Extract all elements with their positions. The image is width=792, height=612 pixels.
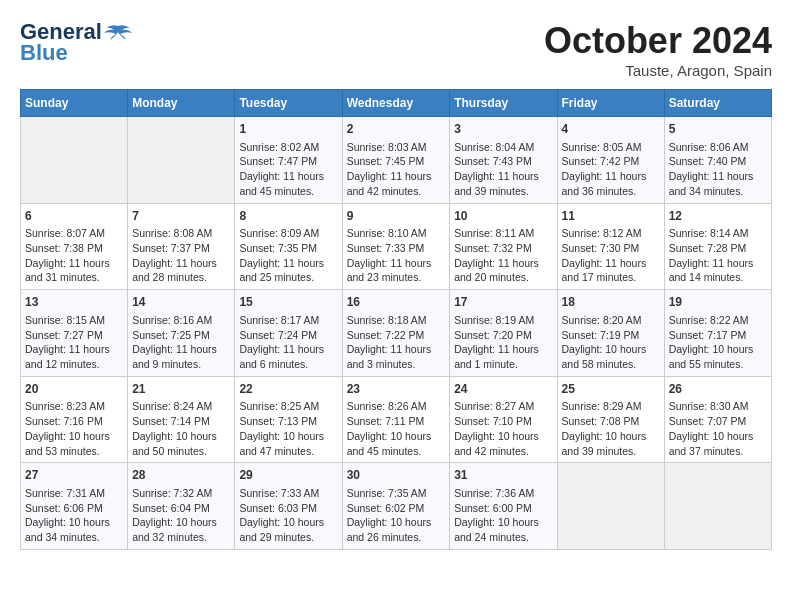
day-number: 15 xyxy=(239,294,337,311)
day-number: 17 xyxy=(454,294,552,311)
day-info: Sunrise: 8:03 AM Sunset: 7:45 PM Dayligh… xyxy=(347,140,446,199)
day-info: Sunrise: 8:25 AM Sunset: 7:13 PM Dayligh… xyxy=(239,399,337,458)
calendar-cell: 5Sunrise: 8:06 AM Sunset: 7:40 PM Daylig… xyxy=(664,117,771,204)
day-info: Sunrise: 8:19 AM Sunset: 7:20 PM Dayligh… xyxy=(454,313,552,372)
month-title: October 2024 xyxy=(544,20,772,62)
day-info: Sunrise: 8:06 AM Sunset: 7:40 PM Dayligh… xyxy=(669,140,767,199)
calendar-cell: 15Sunrise: 8:17 AM Sunset: 7:24 PM Dayli… xyxy=(235,290,342,377)
location-text: Tauste, Aragon, Spain xyxy=(544,62,772,79)
day-number: 19 xyxy=(669,294,767,311)
day-info: Sunrise: 7:33 AM Sunset: 6:03 PM Dayligh… xyxy=(239,486,337,545)
day-info: Sunrise: 8:22 AM Sunset: 7:17 PM Dayligh… xyxy=(669,313,767,372)
day-number: 8 xyxy=(239,208,337,225)
calendar-cell: 25Sunrise: 8:29 AM Sunset: 7:08 PM Dayli… xyxy=(557,376,664,463)
calendar-cell: 23Sunrise: 8:26 AM Sunset: 7:11 PM Dayli… xyxy=(342,376,450,463)
day-info: Sunrise: 8:26 AM Sunset: 7:11 PM Dayligh… xyxy=(347,399,446,458)
calendar-cell: 7Sunrise: 8:08 AM Sunset: 7:37 PM Daylig… xyxy=(128,203,235,290)
calendar-cell: 12Sunrise: 8:14 AM Sunset: 7:28 PM Dayli… xyxy=(664,203,771,290)
day-number: 24 xyxy=(454,381,552,398)
calendar-cell: 29Sunrise: 7:33 AM Sunset: 6:03 PM Dayli… xyxy=(235,463,342,550)
day-number: 3 xyxy=(454,121,552,138)
day-info: Sunrise: 7:31 AM Sunset: 6:06 PM Dayligh… xyxy=(25,486,123,545)
weekday-header-sunday: Sunday xyxy=(21,90,128,117)
calendar-cell: 13Sunrise: 8:15 AM Sunset: 7:27 PM Dayli… xyxy=(21,290,128,377)
weekday-header-wednesday: Wednesday xyxy=(342,90,450,117)
day-number: 31 xyxy=(454,467,552,484)
day-info: Sunrise: 8:20 AM Sunset: 7:19 PM Dayligh… xyxy=(562,313,660,372)
page-header: General Blue October 2024 Tauste, Aragon… xyxy=(20,20,772,79)
day-info: Sunrise: 8:23 AM Sunset: 7:16 PM Dayligh… xyxy=(25,399,123,458)
day-info: Sunrise: 8:02 AM Sunset: 7:47 PM Dayligh… xyxy=(239,140,337,199)
calendar-cell: 27Sunrise: 7:31 AM Sunset: 6:06 PM Dayli… xyxy=(21,463,128,550)
calendar-cell: 6Sunrise: 8:07 AM Sunset: 7:38 PM Daylig… xyxy=(21,203,128,290)
day-number: 14 xyxy=(132,294,230,311)
weekday-header-tuesday: Tuesday xyxy=(235,90,342,117)
calendar-week-4: 20Sunrise: 8:23 AM Sunset: 7:16 PM Dayli… xyxy=(21,376,772,463)
day-info: Sunrise: 8:09 AM Sunset: 7:35 PM Dayligh… xyxy=(239,226,337,285)
calendar-cell: 24Sunrise: 8:27 AM Sunset: 7:10 PM Dayli… xyxy=(450,376,557,463)
day-number: 16 xyxy=(347,294,446,311)
day-info: Sunrise: 8:04 AM Sunset: 7:43 PM Dayligh… xyxy=(454,140,552,199)
day-info: Sunrise: 8:08 AM Sunset: 7:37 PM Dayligh… xyxy=(132,226,230,285)
day-number: 5 xyxy=(669,121,767,138)
calendar-week-3: 13Sunrise: 8:15 AM Sunset: 7:27 PM Dayli… xyxy=(21,290,772,377)
day-info: Sunrise: 8:16 AM Sunset: 7:25 PM Dayligh… xyxy=(132,313,230,372)
day-number: 9 xyxy=(347,208,446,225)
calendar-cell: 26Sunrise: 8:30 AM Sunset: 7:07 PM Dayli… xyxy=(664,376,771,463)
calendar-cell xyxy=(128,117,235,204)
weekday-header-saturday: Saturday xyxy=(664,90,771,117)
weekday-header-row: SundayMondayTuesdayWednesdayThursdayFrid… xyxy=(21,90,772,117)
day-info: Sunrise: 8:24 AM Sunset: 7:14 PM Dayligh… xyxy=(132,399,230,458)
day-info: Sunrise: 8:05 AM Sunset: 7:42 PM Dayligh… xyxy=(562,140,660,199)
calendar-cell: 2Sunrise: 8:03 AM Sunset: 7:45 PM Daylig… xyxy=(342,117,450,204)
day-info: Sunrise: 8:27 AM Sunset: 7:10 PM Dayligh… xyxy=(454,399,552,458)
calendar-cell: 16Sunrise: 8:18 AM Sunset: 7:22 PM Dayli… xyxy=(342,290,450,377)
day-info: Sunrise: 7:35 AM Sunset: 6:02 PM Dayligh… xyxy=(347,486,446,545)
day-info: Sunrise: 8:18 AM Sunset: 7:22 PM Dayligh… xyxy=(347,313,446,372)
calendar-cell: 18Sunrise: 8:20 AM Sunset: 7:19 PM Dayli… xyxy=(557,290,664,377)
weekday-header-monday: Monday xyxy=(128,90,235,117)
day-info: Sunrise: 8:07 AM Sunset: 7:38 PM Dayligh… xyxy=(25,226,123,285)
calendar-cell: 17Sunrise: 8:19 AM Sunset: 7:20 PM Dayli… xyxy=(450,290,557,377)
day-number: 10 xyxy=(454,208,552,225)
calendar-cell: 3Sunrise: 8:04 AM Sunset: 7:43 PM Daylig… xyxy=(450,117,557,204)
calendar-cell: 31Sunrise: 7:36 AM Sunset: 6:00 PM Dayli… xyxy=(450,463,557,550)
day-info: Sunrise: 7:36 AM Sunset: 6:00 PM Dayligh… xyxy=(454,486,552,545)
calendar-cell: 11Sunrise: 8:12 AM Sunset: 7:30 PM Dayli… xyxy=(557,203,664,290)
weekday-header-thursday: Thursday xyxy=(450,90,557,117)
day-info: Sunrise: 8:11 AM Sunset: 7:32 PM Dayligh… xyxy=(454,226,552,285)
day-info: Sunrise: 8:12 AM Sunset: 7:30 PM Dayligh… xyxy=(562,226,660,285)
day-info: Sunrise: 8:15 AM Sunset: 7:27 PM Dayligh… xyxy=(25,313,123,372)
day-number: 22 xyxy=(239,381,337,398)
calendar-week-5: 27Sunrise: 7:31 AM Sunset: 6:06 PM Dayli… xyxy=(21,463,772,550)
calendar-cell: 20Sunrise: 8:23 AM Sunset: 7:16 PM Dayli… xyxy=(21,376,128,463)
calendar-cell: 1Sunrise: 8:02 AM Sunset: 7:47 PM Daylig… xyxy=(235,117,342,204)
calendar-cell: 22Sunrise: 8:25 AM Sunset: 7:13 PM Dayli… xyxy=(235,376,342,463)
day-number: 29 xyxy=(239,467,337,484)
calendar-cell: 14Sunrise: 8:16 AM Sunset: 7:25 PM Dayli… xyxy=(128,290,235,377)
day-info: Sunrise: 7:32 AM Sunset: 6:04 PM Dayligh… xyxy=(132,486,230,545)
day-info: Sunrise: 8:14 AM Sunset: 7:28 PM Dayligh… xyxy=(669,226,767,285)
day-info: Sunrise: 8:29 AM Sunset: 7:08 PM Dayligh… xyxy=(562,399,660,458)
day-number: 1 xyxy=(239,121,337,138)
day-number: 18 xyxy=(562,294,660,311)
day-info: Sunrise: 8:10 AM Sunset: 7:33 PM Dayligh… xyxy=(347,226,446,285)
day-number: 23 xyxy=(347,381,446,398)
day-number: 11 xyxy=(562,208,660,225)
title-section: October 2024 Tauste, Aragon, Spain xyxy=(544,20,772,79)
calendar-cell: 30Sunrise: 7:35 AM Sunset: 6:02 PM Dayli… xyxy=(342,463,450,550)
day-number: 30 xyxy=(347,467,446,484)
day-number: 26 xyxy=(669,381,767,398)
calendar-cell xyxy=(21,117,128,204)
calendar-cell: 4Sunrise: 8:05 AM Sunset: 7:42 PM Daylig… xyxy=(557,117,664,204)
calendar-cell: 28Sunrise: 7:32 AM Sunset: 6:04 PM Dayli… xyxy=(128,463,235,550)
day-info: Sunrise: 8:17 AM Sunset: 7:24 PM Dayligh… xyxy=(239,313,337,372)
day-number: 13 xyxy=(25,294,123,311)
day-info: Sunrise: 8:30 AM Sunset: 7:07 PM Dayligh… xyxy=(669,399,767,458)
logo-bird-icon xyxy=(104,24,132,42)
day-number: 2 xyxy=(347,121,446,138)
calendar-cell: 10Sunrise: 8:11 AM Sunset: 7:32 PM Dayli… xyxy=(450,203,557,290)
calendar-week-2: 6Sunrise: 8:07 AM Sunset: 7:38 PM Daylig… xyxy=(21,203,772,290)
logo-blue-text: Blue xyxy=(20,40,68,66)
day-number: 7 xyxy=(132,208,230,225)
